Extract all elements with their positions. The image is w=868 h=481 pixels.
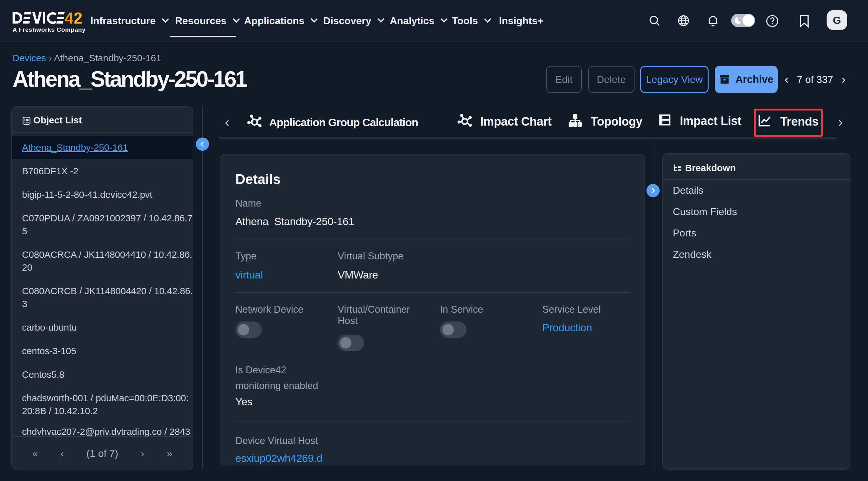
svg-text:2: 2	[74, 12, 83, 24]
svg-text:4: 4	[65, 12, 73, 24]
